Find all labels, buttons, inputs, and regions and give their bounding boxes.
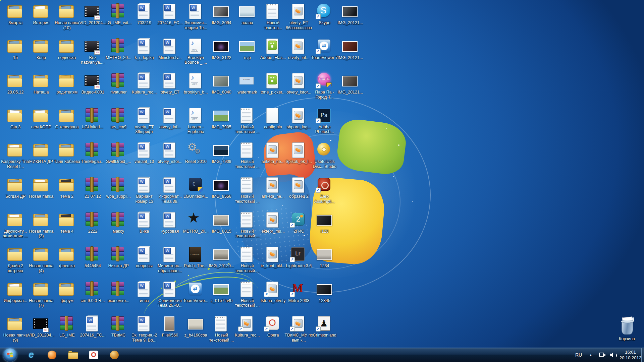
desktop-icon[interactable]: z_b4160cba (181, 315, 209, 338)
taskbar-downloader-icon[interactable] (109, 350, 120, 360)
desktop-icon[interactable]: 2➚2ГИС (284, 211, 312, 234)
desktop-icon[interactable]: ♪MP3Loreen - Euphoria (181, 107, 209, 134)
desktop-icon[interactable]: IMG_6040 (207, 72, 234, 95)
desktop-icon[interactable]: История (26, 2, 54, 25)
desktop-icon[interactable]: wpa_suppli... (104, 176, 131, 199)
desktop-icon[interactable]: 28.05.12 (1, 72, 28, 95)
volume-icon[interactable] (608, 348, 617, 362)
desktop-icon[interactable]: Никита ДР (104, 245, 131, 268)
desktop-icon[interactable]: Новая папка (9) (1, 315, 28, 343)
desktop-icon[interactable]: тема 4 (52, 211, 80, 234)
desktop-icon[interactable]: M➚Metro 2033 (284, 280, 312, 303)
desktop-icon[interactable]: WВариант номер 13 (129, 176, 157, 204)
desktop-icon[interactable]: 8марта (1, 2, 28, 25)
desktop-icon[interactable]: Пара Па➚Пара Па - Город Т... (310, 72, 337, 100)
desktop-icon[interactable]: WМинистерс... образован... (155, 245, 183, 273)
desktop-icon[interactable]: ☾LGUnitedM... (181, 176, 209, 199)
desktop-icon[interactable]: IMG_8556 (207, 176, 234, 199)
desktop-icon[interactable]: тема 2 (52, 176, 80, 199)
desktop-icon[interactable]: Новый текстовый ... (207, 315, 234, 343)
desktop-icon[interactable]: Новый текстовый ... (232, 107, 260, 134)
desktop-icon[interactable]: config.bin (258, 107, 286, 130)
show-hidden-icons-arrow[interactable]: ▲ (586, 348, 595, 362)
desktop-icon[interactable]: максу (104, 211, 131, 234)
desktop-icon[interactable]: 15 (1, 37, 28, 60)
desktop-icon[interactable]: Spisok_ek_I... (284, 141, 312, 164)
desktop-icon[interactable]: otvety_ET 86ээээээээээ (284, 2, 312, 30)
desktop-icon[interactable]: Новая папка (10) (52, 2, 80, 30)
desktop-icon[interactable]: Новый текстов... (258, 2, 286, 30)
desktop-icon[interactable]: Новый текстовый ... (232, 141, 260, 169)
desktop-icon[interactable]: srs_cm9 (104, 107, 131, 130)
desktop-icon[interactable]: LG_IME (52, 315, 80, 338)
desktop-icon[interactable]: IMG_20121... (335, 72, 363, 95)
desktop-icon[interactable]: WВика (129, 211, 157, 234)
desktop-icon[interactable]: Двухконту... зажигание ... (1, 211, 28, 239)
desktop-icon[interactable]: ekteor_mu... (258, 211, 286, 234)
desktop-icon[interactable]: Gta 3 (1, 107, 28, 130)
desktop-icon[interactable]: нем КОПР (26, 107, 54, 130)
desktop-icon[interactable]: Новый текстовый ... (232, 280, 260, 308)
desktop-icon[interactable]: Wk_r_logika (129, 37, 157, 60)
desktop-icon[interactable]: TheMega.r... (78, 141, 105, 164)
desktop-icon[interactable]: W207416_FC... (78, 315, 105, 338)
recycle-bin[interactable]: Корзина (612, 317, 642, 342)
desktop-icon[interactable]: UsefulUtils Disc...Studio (310, 141, 337, 169)
desktop-icon[interactable]: W207416_FC... (155, 2, 183, 25)
desktop-icon[interactable]: tone_picker... (258, 72, 286, 95)
desktop-icon[interactable]: ⚙⚙Reset 2010 (181, 141, 209, 164)
desktop-icon[interactable]: otvety_inf... (284, 37, 312, 60)
desktop-icon[interactable]: otvety_istor... (284, 72, 312, 95)
desktop-icon[interactable]: cm-9.0.0-R... (78, 280, 105, 303)
desktop-icon[interactable]: 21 07 12 (78, 176, 105, 199)
desktop-icon[interactable]: Богдан ДР (1, 176, 28, 199)
desktop-icon[interactable]: Wotvety_istor... (155, 141, 183, 164)
desktop-icon[interactable]: IMG_3094 (207, 2, 234, 25)
show-desktop-button[interactable] (641, 348, 644, 362)
desktop-icon[interactable]: образец 2 (284, 176, 312, 199)
desktop-icon[interactable]: i123 (310, 211, 337, 234)
desktop-icon[interactable]: С телефона (52, 107, 80, 130)
desktop-icon[interactable]: IMG_20121... (335, 2, 363, 25)
desktop-icon[interactable]: 5445454 (78, 245, 105, 268)
desktop-icon[interactable]: LGUnited... (78, 107, 105, 130)
desktop-icon[interactable]: родителям (52, 72, 80, 95)
desktop-icon[interactable]: Новая папка (7) (26, 280, 54, 308)
desktop-icon[interactable]: ➚Kultura_rec... (232, 315, 260, 338)
desktop-icon[interactable]: IMG_7905 (207, 107, 234, 130)
desktop-icon[interactable]: экономте... (104, 280, 131, 303)
desktop-icon[interactable]: 12345 (310, 280, 337, 303)
desktop-icon[interactable]: WСоциология Тема 26.-О... (155, 280, 183, 308)
desktop-icon[interactable]: ➚ТВиМС_МУ по вып к... (284, 315, 312, 343)
desktop-icon[interactable]: ♪MP3brooklyn_b... (181, 72, 209, 95)
network-icon[interactable] (598, 348, 606, 362)
desktop-icon[interactable]: ➚Istoria_otvety (258, 280, 286, 303)
desktop-icon[interactable]: Копр (26, 37, 54, 60)
desktop-icon[interactable]: 1234 (310, 245, 337, 268)
desktop-icon[interactable]: Wotvety_inf... (155, 107, 183, 130)
desktop-icon[interactable]: 2222 (78, 211, 105, 234)
desktop-icon[interactable]: LG_IME_wit... (104, 2, 131, 25)
desktop-icon[interactable]: WЭк. теория.-2 Тема 9. Во... (129, 315, 157, 343)
desktop-icon[interactable]: ТВиМС (104, 315, 131, 338)
desktop-icon[interactable]: Таня Кобзева (52, 141, 80, 164)
desktop-icon[interactable]: Adobe_Flas... (258, 37, 286, 60)
desktop-icon[interactable]: O➚Opera (258, 315, 286, 338)
desktop-icon[interactable]: shpora_log... (284, 107, 312, 130)
desktop-icon[interactable]: ie_kont_bkl... (258, 245, 286, 268)
desktop-icon[interactable]: Kobzevwatermark (232, 72, 260, 95)
start-button[interactable] (3, 348, 17, 362)
desktop-icon[interactable]: 321Видео-0001 (78, 72, 105, 95)
taskbar-windows-explorer-icon[interactable] (67, 350, 78, 360)
desktop-icon[interactable]: Новая папка (26, 176, 54, 199)
desktop-icon[interactable]: 321Bez nazvaniya.... (78, 37, 105, 65)
desktop-icon[interactable]: IMG_7909 (207, 141, 234, 164)
desktop-icon[interactable]: Wиняз (129, 280, 157, 303)
desktop-icon[interactable]: Драйв 2 встреча (1, 245, 28, 273)
desktop-icon[interactable]: Информат... (1, 280, 28, 303)
desktop-icon[interactable]: WИнформат... Тема 38. (155, 176, 183, 204)
desktop-icon[interactable]: anketa_ne... (258, 141, 286, 164)
desktop-icon[interactable]: гыр (232, 37, 260, 60)
desktop-icon[interactable]: подвеска (52, 37, 80, 60)
desktop-icon[interactable]: НИКИТА ДР (26, 141, 54, 164)
